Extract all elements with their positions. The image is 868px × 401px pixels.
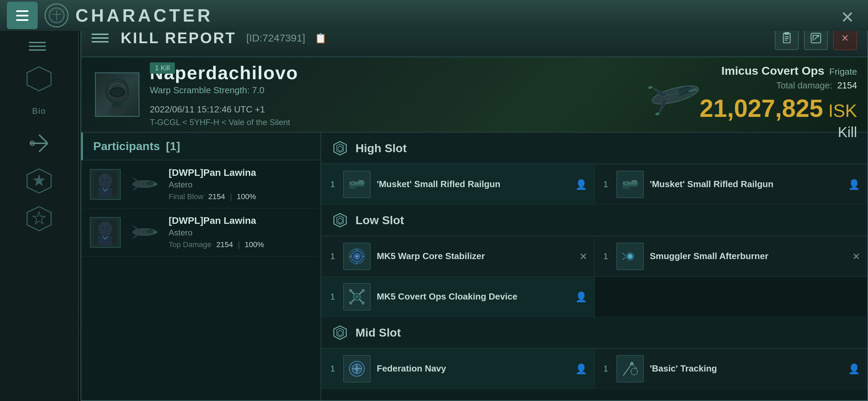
participant-stats-2: Top Damage 2154 | 100%: [169, 240, 312, 249]
high-slot-icon: [331, 139, 349, 157]
svg-point-55: [351, 181, 354, 185]
participant-avatar-2: [90, 217, 121, 248]
participant-name-2: [DWPL]Pan Lawina: [169, 215, 312, 226]
equipment-item-low-3[interactable]: 1: [321, 277, 594, 317]
equipment-item-high-1[interactable]: 1 'Musket' Small Rifled: [321, 164, 594, 205]
equipment-item-mid-2[interactable]: 1: [594, 349, 868, 389]
svg-rect-62: [623, 187, 629, 189]
kill-report-panel: KILL REPORT [ID:7247391] 📋: [81, 19, 868, 401]
pilot-icon-mid-1: 👤: [575, 363, 587, 375]
svg-point-78: [628, 254, 632, 259]
equipment-item-low-empty: [594, 277, 868, 317]
sidebar-nav-text-bio: Bio: [29, 103, 50, 119]
svg-marker-4: [27, 67, 51, 91]
equipment-icon-low-3: [343, 283, 371, 311]
svg-rect-60: [632, 180, 637, 182]
svg-point-23: [110, 88, 124, 96]
svg-point-44: [107, 227, 109, 229]
equipment-icon-mid-1: [343, 355, 371, 382]
participant-info-2: [DWPL]Pan Lawina Astero Top Damage 2154 …: [169, 215, 312, 249]
participants-panel: Participants [1]: [81, 133, 321, 400]
svg-rect-48: [153, 232, 157, 233]
participant-item-1[interactable]: [DWPL]Pan Lawina Astero Final Blow 2154 …: [81, 160, 321, 208]
equipment-item-high-2[interactable]: 1 'Musket' Small Rifled Railgun: [594, 164, 868, 205]
equipment-item-low-1[interactable]: 1: [321, 236, 594, 277]
sidebar-item-combat[interactable]: [25, 130, 53, 157]
sidebar-item-bio[interactable]: [25, 65, 53, 93]
svg-rect-39: [153, 184, 157, 184]
svg-marker-10: [33, 174, 45, 186]
svg-point-46: [146, 229, 154, 234]
kill-header: 1 Kill Naperdachilovo Warp Scramble Stre…: [81, 57, 867, 133]
svg-point-61: [624, 181, 628, 185]
equipment-info-mid-2: 'Basic' Tracking: [650, 363, 842, 375]
svg-rect-103: [620, 359, 640, 379]
menu-button[interactable]: [7, 2, 38, 29]
participant-item-2[interactable]: [DWPL]Pan Lawina Astero Top Damage 2154 …: [81, 208, 321, 256]
pilot-icon-high-2: 👤: [848, 179, 860, 190]
main-close-button[interactable]: ✕: [837, 7, 858, 27]
participant-stats-1: Final Blow 2154 | 100%: [169, 192, 312, 201]
mid-slot-items: 1: [321, 349, 867, 389]
svg-rect-87: [349, 289, 350, 292]
svg-point-34: [98, 173, 112, 189]
svg-rect-14: [785, 33, 789, 34]
destroyed-icon-low-1: ✕: [579, 251, 587, 262]
svg-line-7: [39, 143, 48, 152]
sidebar-item-medals[interactable]: [25, 167, 53, 195]
victim-avatar: [95, 72, 140, 117]
participant-ship-1: [128, 172, 162, 196]
equipment-info-high-2: 'Musket' Small Rifled Railgun: [650, 179, 842, 190]
svg-point-26: [650, 82, 700, 108]
equipment-icon-mid-2: [616, 355, 644, 382]
sidebar-menu-icon: [29, 38, 49, 55]
svg-rect-47: [153, 232, 157, 232]
svg-rect-93: [363, 302, 364, 304]
equipment-info-high-1: 'Musket' Small Rifled Railgun: [377, 179, 569, 190]
equipment-info-low-3: MK5 Covert Ops Cloaking Device: [377, 291, 569, 303]
vitruvian-icon: [45, 3, 69, 27]
svg-rect-53: [349, 184, 364, 186]
svg-point-106: [630, 362, 633, 365]
svg-point-29: [655, 112, 660, 116]
svg-point-28: [648, 86, 653, 89]
high-slot-items: 1 'Musket' Small Rifled: [321, 164, 867, 205]
svg-line-19: [815, 35, 819, 39]
svg-point-69: [356, 255, 358, 257]
panel-title: KILL REPORT: [121, 29, 236, 47]
destroyed-icon-low-2: ✕: [852, 251, 860, 262]
equipment-item-mid-1[interactable]: 1: [321, 349, 594, 389]
svg-rect-54: [359, 180, 364, 182]
equipment-icon-high-2: [616, 171, 644, 198]
left-sidebar: Bio: [0, 31, 79, 401]
low-slot-icon: [331, 211, 349, 229]
sidebar-item-employment[interactable]: [25, 205, 53, 232]
svg-point-43: [102, 227, 104, 229]
mid-slot-icon: [331, 324, 349, 341]
copy-icon: 📋: [315, 33, 327, 44]
svg-point-35: [102, 179, 104, 181]
equipment-info-low-2: Smuggler Small Afterburner: [650, 251, 846, 262]
panel-menu-button[interactable]: [92, 28, 114, 48]
low-slot-header: Low Slot: [321, 205, 867, 236]
svg-point-42: [98, 221, 112, 236]
total-damage-label: Total damage:: [776, 80, 832, 90]
ship-class: Frigate: [829, 66, 857, 77]
equipment-icon-low-2: [616, 243, 644, 270]
participant-ship-2: [128, 220, 162, 244]
equipment-item-low-2[interactable]: 1: [594, 236, 868, 277]
participant-info-1: [DWPL]Pan Lawina Astero Final Blow 2154 …: [169, 167, 312, 201]
svg-rect-89: [363, 289, 364, 292]
isk-value: 21,027,825: [700, 94, 823, 122]
ship-type: Imicus Covert Ops: [721, 64, 824, 77]
kill-result-label: Kill: [700, 124, 857, 141]
kill-badge: 1 Kill: [150, 62, 175, 74]
total-damage-value: 2154: [837, 80, 857, 90]
panel-id: [ID:7247391]: [246, 32, 305, 44]
equipment-info-mid-1: Federation Navy: [377, 363, 569, 375]
app-title: CHARACTER: [75, 5, 213, 26]
mid-slot-header: Mid Slot: [321, 317, 867, 349]
equipment-panel: High Slot 1: [321, 133, 867, 400]
svg-line-6: [39, 135, 48, 143]
participant-ship-name-2: Astero: [169, 228, 312, 238]
